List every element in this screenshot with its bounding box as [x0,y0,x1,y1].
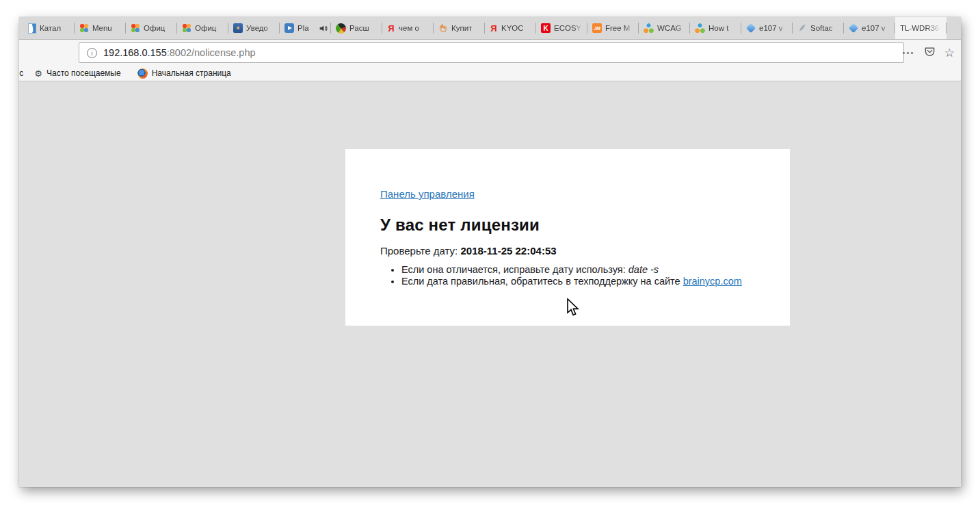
url-path: :8002/nolicense.php [167,47,256,58]
e107-icon [746,23,756,33]
control-panel-link[interactable]: Панель управления [380,188,475,200]
joomla-icon [182,23,191,33]
bookmark-label: Начальная страница [152,68,231,78]
tab-how-to[interactable]: How t [690,17,741,39]
tab-label: Офиц [195,24,225,32]
tab-label: Офиц [144,24,174,32]
firefox-icon [137,68,148,79]
brainycp-link[interactable]: brainycp.com [683,276,742,287]
instructions-list: Если она отличается, исправьте дату испо… [380,264,756,287]
tab-oficial-1[interactable]: Офиц [126,17,177,39]
joomla-icon [131,23,140,33]
tab-label: How t [708,24,738,32]
speaker-icon[interactable] [318,23,328,33]
tab-chem-o[interactable]: Я чем о [382,17,434,39]
url-text: 192.168.0.155:8002/nolicense.php [103,47,256,59]
bookmarks-bar: :с ⚙ Часто посещаемые Начальная страница [19,66,961,81]
tab-label: Купит [451,24,481,32]
e107-icon [849,23,858,33]
address-bar[interactable]: i 192.168.0.155:8002/nolicense.php [79,42,904,63]
joomla-icon [79,23,89,33]
tab-katalog[interactable]: Катал [23,17,75,39]
circles-triad-icon [644,23,654,34]
bullet1-text: Если она отличается, исправьте дату испо… [401,264,628,275]
circles-triad-icon [695,23,705,34]
tab-label: Softac [810,24,840,32]
tab-label: Катал [40,24,71,32]
hand-pointer-icon [438,23,448,33]
tab-label: ECOSY [554,24,584,32]
toolbar-actions: ••• ☆ [903,40,955,66]
tab-ecosys[interactable]: K ECOSY [536,17,587,39]
tab-oficial-2[interactable]: Офиц [177,17,228,39]
info-icon[interactable]: i [87,48,97,58]
navigation-toolbar: i 192.168.0.155:8002/nolicense.php ••• ☆ [19,40,961,66]
tab-wcag[interactable]: WCAG [639,17,690,39]
check-date-label: Проверьте дату: [380,245,460,257]
badge-icon: ✶ [233,23,243,33]
page-title: У вас нет лицензии [380,216,756,235]
tab-e107-2[interactable]: e107 v [844,17,895,39]
tab-label: Free M [605,24,635,32]
tab-menus[interactable]: Menu [75,17,126,39]
tab-kyocera-search[interactable]: Я KYOC [485,17,536,39]
play-icon [284,23,294,33]
kyocera-icon: K [541,23,551,33]
tab-rasshireniya[interactable]: Расш [331,17,382,39]
bookmark-often-visited[interactable]: ⚙ Часто посещаемые [29,66,126,81]
mouse-cursor [566,298,583,320]
tab-e107-1[interactable]: e107 v [741,17,793,39]
bookmark-star-icon[interactable]: ☆ [944,47,955,59]
document-icon [28,23,36,34]
tab-label: Расш [349,24,379,32]
tab-softaculous[interactable]: Softac [793,17,844,39]
tab-free-m[interactable]: JM Free M [587,17,639,39]
joomlart-icon: JM [592,23,602,33]
tab-label: WCAG [657,24,687,32]
bookmark-home-page[interactable]: Начальная страница [132,66,237,81]
pocket-icon[interactable] [924,46,936,60]
date-value: 2018-11-25 22:04:53 [460,245,556,257]
extension-icon [336,23,346,34]
tab-label: e107 v [862,24,892,32]
tab-bar: Катал Menu Офиц Офиц ✶ Уведо Pla Р [19,17,961,40]
tab-uvedomleniya[interactable]: ✶ Уведо [228,17,280,39]
tab-label: TL-WDR36 [900,24,943,32]
page-viewport: Панель управления У вас нет лицензии Про… [19,83,961,487]
page-actions-icon[interactable]: ••• [903,49,915,57]
yandex-icon: Я [387,23,395,34]
url-host: 192.168.0.155 [103,47,167,58]
tab-label: KYOC [501,24,533,32]
clipped-bookmark-label[interactable]: :с [19,68,23,78]
tab-player[interactable]: Pla [280,17,331,39]
tab-tl-wdr3600[interactable]: TL-WDR36 [895,17,946,39]
list-item: Если она отличается, исправьте дату испо… [401,264,756,276]
check-date-line: Проверьте дату: 2018-11-25 22:04:53 [380,245,756,257]
tab-label: чем о [399,24,430,32]
tab-label: e107 v [759,24,789,32]
tab-label: Уведо [246,24,276,32]
list-item: Если дата правильная, обратитесь в техпо… [401,276,756,287]
gear-icon: ⚙ [34,69,42,78]
tab-kupit[interactable]: Купит [434,17,485,39]
bookmark-label: Часто посещаемые [47,68,121,78]
yandex-icon: Я [490,23,498,34]
bullet2-text: Если дата правильная, обратитесь в техпо… [401,276,683,287]
date-command: date -s [628,264,659,275]
feather-icon [797,23,807,33]
browser-window: Катал Menu Офиц Офиц ✶ Уведо Pla Р [19,17,961,487]
tab-label: Pla [297,24,315,32]
tab-label: Menu [92,24,122,32]
